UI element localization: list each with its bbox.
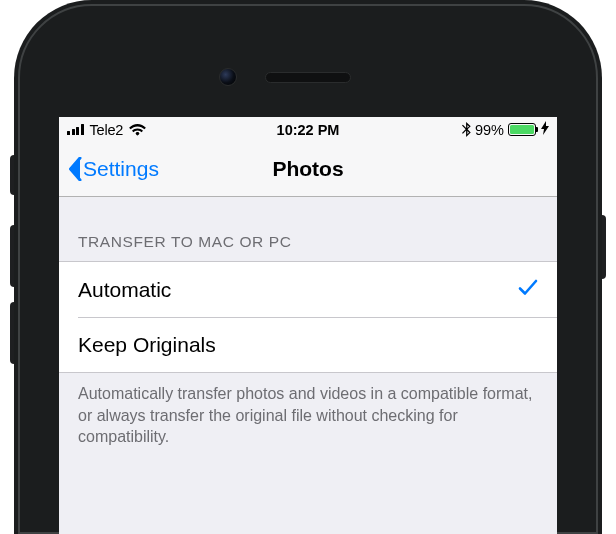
chevron-left-icon — [67, 157, 82, 181]
option-label: Keep Originals — [78, 333, 216, 357]
section-footer: Automatically transfer photos and videos… — [59, 373, 557, 466]
option-label: Automatic — [78, 278, 171, 302]
options-group: Automatic Keep Originals — [59, 261, 557, 373]
status-bar: Tele2 10:22 PM 99% — [59, 117, 557, 142]
option-automatic[interactable]: Automatic — [59, 262, 557, 317]
wifi-icon — [129, 124, 146, 136]
option-keep-originals[interactable]: Keep Originals — [59, 317, 557, 372]
page-title: Photos — [272, 157, 343, 181]
status-time: 10:22 PM — [277, 122, 340, 138]
navigation-bar: Settings Photos — [59, 142, 557, 197]
front-camera — [219, 68, 237, 86]
battery-percentage: 99% — [475, 122, 504, 138]
checkmark-icon — [518, 278, 538, 302]
phone-mockup: Tele2 10:22 PM 99% — [0, 0, 616, 534]
phone-body: Tele2 10:22 PM 99% — [14, 0, 602, 534]
cellular-signal-icon — [67, 124, 84, 135]
carrier-label: Tele2 — [90, 122, 124, 138]
charging-icon — [541, 121, 549, 138]
bluetooth-icon — [462, 122, 471, 137]
battery-icon — [508, 123, 536, 136]
back-label: Settings — [83, 157, 159, 181]
section-header: TRANSFER TO MAC OR PC — [59, 197, 557, 261]
earpiece-speaker — [265, 72, 351, 83]
back-button[interactable]: Settings — [67, 157, 159, 181]
screen: Tele2 10:22 PM 99% — [59, 117, 557, 534]
